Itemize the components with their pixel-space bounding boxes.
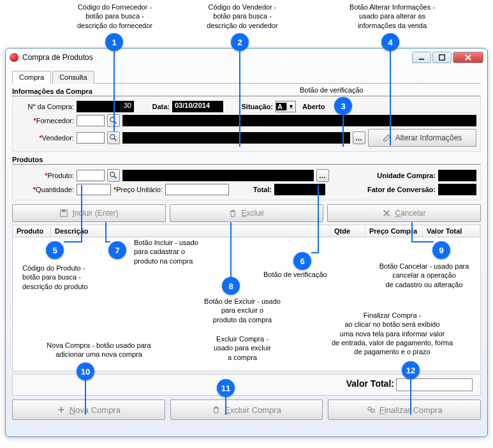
produto-toolbar: IIncluir (Enter)ncluir (Enter) Excluir C… — [12, 204, 481, 222]
app-icon — [10, 53, 18, 62]
preco-input[interactable] — [165, 184, 229, 195]
produto-code-input[interactable] — [77, 170, 105, 181]
quantidade-label: Quantidade: — [17, 186, 74, 193]
annotation-text-11: Excluir Compra - usado para excluir a co… — [198, 334, 287, 362]
plus-icon — [57, 405, 66, 414]
annotation-bubble-7: 7 — [108, 241, 126, 259]
col-descricao[interactable]: Descrição — [51, 225, 330, 237]
window-title: Compra de Produtos — [22, 53, 412, 62]
fator-value — [438, 184, 476, 195]
ellipsis-icon: … — [319, 172, 327, 179]
ellipsis-icon: … — [355, 134, 363, 142]
svg-point-16 — [367, 407, 371, 410]
fator-label: Fator de Conversão: — [367, 186, 436, 193]
annotation-text-7: Botão Incluir - usado para cadastrar o p… — [134, 238, 230, 265]
vendedor-code-input[interactable] — [77, 132, 105, 144]
annotation-bubble-1: 1 — [105, 33, 123, 51]
annotation-text-6: Botão de verificação — [263, 270, 327, 279]
minimize-button[interactable] — [412, 52, 431, 63]
unidade-label: Unidade Compra: — [377, 172, 436, 179]
fornecedor-label: Fornecedor: — [17, 117, 74, 124]
situacao-label: Situação: — [241, 103, 273, 110]
annotation-text-4: Botão Alterar Informações - usado para a… — [332, 3, 453, 30]
annotation-text-3: Botão de verificação — [300, 86, 364, 94]
preco-label: Preço Unitário: — [114, 186, 163, 193]
annotation-bubble-3: 3 — [334, 97, 352, 115]
alterar-informacoes-button[interactable]: Alterar Informações — [368, 129, 476, 147]
annotation-bubble-11: 11 — [217, 379, 235, 397]
finalizar-compra-button[interactable]: Finalizar Compra — [328, 399, 481, 420]
num-compra-value: 30 — [77, 101, 134, 112]
fornecedor-desc — [122, 115, 476, 126]
annotation-text-12: Finalizar Compra - ao clicar no botão se… — [313, 311, 472, 356]
annotation-bubble-9: 9 — [432, 241, 450, 259]
search-icon — [109, 133, 118, 142]
fornecedor-code-input[interactable] — [77, 115, 105, 126]
annotation-bubble-2: 2 — [231, 33, 249, 51]
annotation-text-5: Código do Produto - botão para busca - d… — [22, 264, 118, 291]
situacao-value: A — [276, 103, 286, 110]
annotation-bubble-6: 6 — [293, 252, 311, 270]
annotation-text-1: Código do Fornecedor - botão para busca … — [61, 3, 169, 30]
total-label: Total: — [253, 186, 272, 193]
svg-rect-11 — [63, 210, 66, 213]
produto-verify-button[interactable]: … — [316, 169, 329, 182]
col-preco[interactable]: Preço Compra — [365, 225, 423, 237]
trash-icon — [212, 405, 221, 414]
close-button[interactable] — [453, 52, 483, 63]
annotation-text-2: Código do Vendedor - botão para busca - … — [191, 3, 293, 30]
maximize-button[interactable] — [432, 52, 452, 63]
nova-compra-button[interactable]: Nova Compra — [12, 399, 165, 420]
produto-search-button[interactable] — [107, 169, 120, 182]
annotation-bubble-8: 8 — [222, 277, 240, 295]
excluir-button[interactable]: Excluir — [170, 204, 323, 222]
cancelar-button[interactable]: Cancelar — [327, 204, 481, 222]
tab-strip: Compra Consulta — [12, 70, 481, 84]
svg-line-7 — [114, 138, 117, 141]
vendedor-search-button[interactable] — [107, 131, 120, 144]
col-produto[interactable]: Produto — [13, 225, 51, 237]
annotation-bubble-5: 5 — [46, 241, 64, 259]
num-compra-label: Nº da Compra: — [17, 103, 74, 110]
search-icon — [109, 171, 118, 180]
produtos-section-title: Produtos — [12, 156, 481, 165]
annotation-bubble-4: 4 — [381, 33, 399, 51]
produto-desc — [122, 170, 314, 181]
annotation-text-9: Botão Cancelar - usado para cancelar a o… — [364, 262, 485, 289]
tab-compra[interactable]: Compra — [12, 71, 51, 84]
col-valor[interactable]: Valor Total — [423, 225, 480, 237]
valor-total-label: Valor Total: — [346, 378, 394, 389]
svg-point-6 — [110, 135, 115, 139]
tab-consulta[interactable]: Consulta — [52, 71, 94, 84]
info-section-title: Informações da Compra — [12, 87, 481, 96]
produtos-section: Produto: … Unidade Compra: Quantidade: P… — [12, 165, 481, 200]
vendedor-verify-button[interactable]: … — [353, 131, 365, 144]
annotation-text-8: Botão de Excluir - usado para excluir o … — [191, 297, 293, 324]
info-section: Nº da Compra: 30 Data: 03/10/2014 Situaç… — [12, 96, 481, 152]
valor-total-value — [396, 378, 473, 391]
svg-rect-1 — [439, 55, 445, 60]
incluir-button[interactable]: IIncluir (Enter)ncluir (Enter) — [12, 204, 166, 222]
annotation-bubble-12: 12 — [402, 361, 420, 379]
vendedor-label: Vendedor: — [17, 134, 74, 142]
save-icon — [59, 209, 68, 218]
vendedor-desc — [122, 132, 350, 144]
unidade-value — [438, 170, 476, 181]
gears-icon — [367, 405, 376, 414]
situacao-combo[interactable]: A ▼ — [276, 101, 296, 112]
cancel-icon — [382, 209, 391, 218]
annotation-text-10: Nova Compra - botão usado para adicionar… — [29, 341, 169, 359]
produto-label: Produto: — [17, 172, 74, 179]
data-label: Data: — [151, 103, 170, 110]
svg-point-8 — [110, 172, 115, 177]
excluir-compra-button[interactable]: Excluir Compra — [170, 399, 323, 420]
chevron-down-icon: ▼ — [286, 103, 295, 110]
trash-icon — [228, 209, 237, 218]
data-value: 03/10/2014 — [172, 101, 223, 112]
svg-point-17 — [371, 409, 374, 412]
col-qtde[interactable]: Qtde — [330, 225, 365, 237]
annotation-bubble-10: 10 — [77, 362, 94, 380]
produtos-table-header: Produto Descrição Qtde Preço Compra Valo… — [12, 225, 481, 237]
svg-line-9 — [114, 176, 117, 179]
titlebar: Compra de Produtos — [6, 49, 487, 66]
